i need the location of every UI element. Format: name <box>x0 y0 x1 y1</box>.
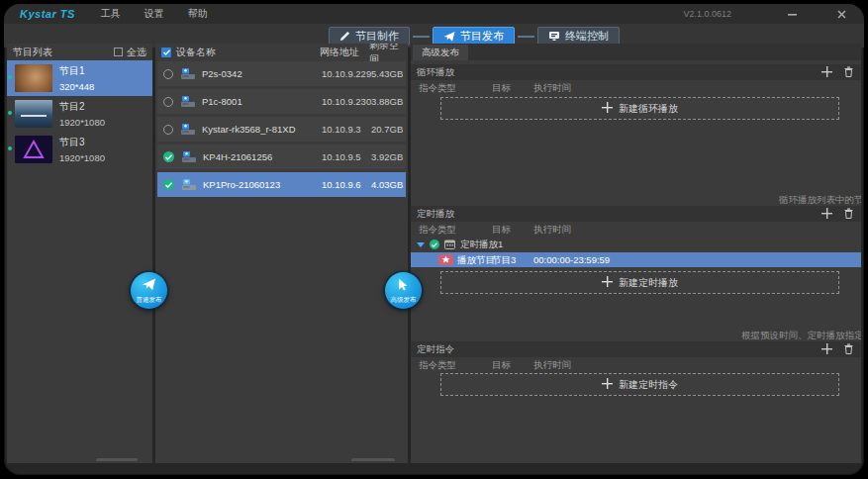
loop-hint-text: 循环播放列表中的节目 <box>779 194 861 206</box>
device-space: 5.43GB <box>371 68 403 79</box>
menu-item-settings[interactable]: 设置 <box>145 7 164 21</box>
timed-hint-text: 根据预设时间、定时播放指定节 <box>741 330 861 341</box>
group-checkbox-checked[interactable] <box>430 240 439 249</box>
app-window: Kystar TS 工具 设置 帮助 V2.1.0.0612 <box>4 4 864 475</box>
menu-bar: 工具 设置 帮助 <box>101 7 208 21</box>
advanced-publish-button[interactable]: 高级发布 <box>385 272 422 309</box>
device-radio-unchecked[interactable] <box>163 97 173 107</box>
program-list-panel: 节目列表 全选 节目1 320*448 节目2 1920*1080 <box>7 44 152 463</box>
add-loop-button[interactable] <box>820 66 833 79</box>
paper-plane-icon <box>142 277 156 295</box>
tab-label: 高级发布 <box>422 47 459 59</box>
section-title: 定时播放 <box>417 208 454 221</box>
device-name: Kystar-rk3568_r-81XD <box>202 124 296 135</box>
loop-columns: 指令类型 目标 执行时间 <box>411 82 861 95</box>
title-bar: Kystar TS 工具 设置 帮助 V2.1.0.0612 <box>4 4 864 24</box>
horizontal-scrollbar[interactable] <box>351 458 395 461</box>
delete-loop-button[interactable] <box>841 66 855 79</box>
device-radio-unchecked[interactable] <box>163 69 173 79</box>
tab-connector <box>413 36 430 38</box>
column-time: 执行时间 <box>533 82 571 95</box>
timed-group-name: 定时播放1 <box>460 239 503 251</box>
trash-icon <box>844 66 853 79</box>
plus-icon <box>821 66 832 79</box>
menu-item-help[interactable]: 帮助 <box>188 7 208 21</box>
device-name: KP4H-21061256 <box>203 151 272 162</box>
device-radio-unchecked[interactable] <box>163 125 173 135</box>
delete-command-button[interactable] <box>841 343 855 356</box>
delete-timed-button[interactable] <box>841 208 855 221</box>
device-row[interactable]: P1c-8001 10.10.9.230 3.88GB <box>157 89 406 114</box>
select-all-checkbox[interactable] <box>114 48 123 56</box>
new-timed-label: 新建定时播放 <box>619 276 678 290</box>
horizontal-scrollbar[interactable] <box>96 458 138 461</box>
program-name: 节目2 <box>59 100 85 114</box>
section-title: 定时指令 <box>417 343 454 356</box>
new-timed-command-button[interactable]: 新建定时指令 <box>440 373 839 396</box>
device-checkbox-checked[interactable] <box>163 179 174 190</box>
timed-playback-item-row[interactable]: 播放节目 节目3 00:00:00-23:59:59 <box>411 252 861 267</box>
calendar-icon <box>444 236 455 253</box>
player-device-icon <box>180 123 196 136</box>
menu-item-tools[interactable]: 工具 <box>101 7 121 21</box>
device-name: KP1Pro-21060123 <box>203 179 280 190</box>
program-star-icon <box>438 254 453 265</box>
device-row[interactable]: P2s-0342 10.10.9.229 5.43GB <box>157 61 406 86</box>
close-button[interactable] <box>834 8 848 20</box>
trash-icon <box>844 208 853 221</box>
normal-publish-button[interactable]: 普通发布 <box>131 272 167 309</box>
program-resolution: 1920*1080 <box>59 117 105 128</box>
program-list-header: 节目列表 全选 <box>7 44 152 60</box>
command-columns: 指令类型 目标 执行时间 <box>411 359 861 372</box>
device-row[interactable]: Kystar-rk3568_r-81XD 10.10.9.3 20.7GB <box>157 117 406 142</box>
advanced-publish-label: 高级发布 <box>391 296 417 305</box>
plus-icon <box>602 276 613 289</box>
program-name: 节目1 <box>59 64 85 78</box>
program-status-dot <box>8 75 12 79</box>
trash-icon <box>844 343 853 356</box>
pen-icon <box>339 31 350 42</box>
terminal-icon <box>548 31 560 42</box>
plus-icon <box>602 378 613 391</box>
device-row-selected[interactable]: KP1Pro-21060123 10.10.9.6 4.03GB <box>157 172 406 197</box>
player-device-icon <box>180 95 196 108</box>
add-command-button[interactable] <box>820 343 833 356</box>
program-item[interactable]: 节目3 1920*1080 <box>7 132 152 167</box>
program-name: 节目3 <box>59 136 85 149</box>
tab-label: 终端控制 <box>565 29 609 44</box>
program-resolution: 1920*1080 <box>59 152 105 163</box>
program-resolution: 320*448 <box>59 81 94 92</box>
tab-advanced-publish[interactable]: 高级发布 <box>413 45 468 60</box>
command-time: 00:00:00-23:59:59 <box>533 254 610 265</box>
section-title: 循环播放 <box>417 66 454 79</box>
device-select-all-checkbox[interactable] <box>161 48 171 57</box>
ip-column: 网络地址 <box>320 46 359 59</box>
program-status-dot <box>8 111 12 115</box>
device-ip: 10.10.9.6 <box>322 179 361 190</box>
device-checkbox-checked[interactable] <box>163 151 174 162</box>
new-timed-playback-button[interactable]: 新建定时播放 <box>440 271 839 294</box>
program-status-dot <box>8 146 12 150</box>
column-target: 目标 <box>492 224 511 237</box>
program-thumbnail <box>15 64 52 92</box>
add-timed-button[interactable] <box>820 208 833 221</box>
program-item[interactable]: 节目2 1920*1080 <box>7 96 152 132</box>
screen: Kystar TS 工具 设置 帮助 V2.1.0.0612 <box>0 0 868 479</box>
program-item[interactable]: 节目1 320*448 <box>7 60 152 96</box>
column-type: 指令类型 <box>419 82 456 95</box>
device-name: P1c-8001 <box>202 96 242 107</box>
device-list-header: 设备名称 网络地址 剩余空间 <box>155 44 408 60</box>
program-thumbnail <box>15 136 52 163</box>
program-list-title: 节目列表 <box>13 46 52 59</box>
minimize-button[interactable] <box>785 8 799 20</box>
tab-label: 节目制作 <box>355 29 399 44</box>
normal-publish-label: 普通发布 <box>137 296 162 305</box>
timed-playback-section-bar: 定时播放 <box>411 206 861 222</box>
timed-playback-group-row[interactable]: 定时播放1 <box>411 238 861 251</box>
plus-icon <box>602 102 613 115</box>
device-row[interactable]: KP4H-21061256 10.10.9.5 3.92GB <box>157 144 406 169</box>
new-loop-playback-button[interactable]: 新建循环播放 <box>440 97 839 120</box>
column-time: 执行时间 <box>533 359 571 372</box>
device-ip: 10.10.9.230 <box>322 96 371 107</box>
expand-triangle-icon[interactable] <box>417 242 425 247</box>
